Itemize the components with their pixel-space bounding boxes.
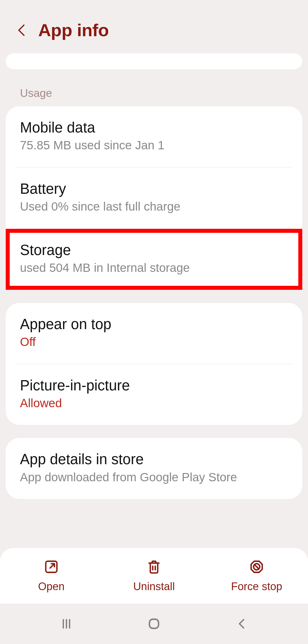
open-icon [43, 559, 59, 575]
app-details-store-item[interactable]: App details in store App downloaded from… [6, 438, 302, 499]
trash-icon [146, 559, 162, 575]
chevron-left-icon [16, 23, 27, 37]
back-nav-button[interactable] [232, 614, 252, 634]
recents-icon [60, 617, 73, 630]
home-icon [147, 617, 161, 631]
svg-rect-6 [149, 619, 159, 628]
chevron-left-icon [235, 617, 248, 630]
item-title: Picture-in-picture [20, 377, 288, 394]
system-nav-bar [0, 604, 308, 644]
recents-button[interactable] [56, 614, 76, 634]
svg-line-2 [254, 564, 259, 569]
item-subtitle: Used 0% since last full charge [20, 199, 288, 215]
action-label: Force stop [231, 580, 282, 593]
item-subtitle: used 504 MB in Internal storage [20, 260, 288, 276]
item-title: App details in store [20, 451, 288, 468]
item-subtitle: Off [20, 334, 288, 350]
item-title: Mobile data [20, 119, 288, 136]
item-subtitle: Allowed [20, 395, 288, 411]
previous-card-partial [6, 53, 302, 69]
home-button[interactable] [144, 614, 164, 634]
store-card: App details in store App downloaded from… [6, 438, 302, 499]
uninstall-button[interactable]: Uninstall [103, 559, 205, 593]
appear-on-top-item[interactable]: Appear on top Off [6, 303, 302, 364]
page-title: App info [38, 20, 109, 40]
item-subtitle: App downloaded from Google Play Store [20, 469, 288, 486]
action-label: Open [38, 580, 65, 593]
content-scroll[interactable]: Usage Mobile data 75.85 MB used since Ja… [0, 49, 308, 545]
force-stop-button[interactable]: Force stop [205, 559, 308, 593]
bottom-action-bar: Open Uninstall Force stop [0, 548, 308, 604]
back-button[interactable] [14, 23, 29, 37]
storage-item[interactable]: Storage used 504 MB in Internal storage [6, 229, 302, 290]
stop-icon [249, 559, 265, 575]
header: App info [0, 0, 308, 49]
picture-in-picture-item[interactable]: Picture-in-picture Allowed [6, 364, 302, 425]
item-title: Appear on top [20, 315, 288, 333]
battery-item[interactable]: Battery Used 0% since last full charge [6, 168, 302, 229]
action-label: Uninstall [133, 580, 175, 593]
mobile-data-item[interactable]: Mobile data 75.85 MB used since Jan 1 [6, 106, 302, 167]
item-title: Storage [20, 241, 288, 259]
usage-card: Mobile data 75.85 MB used since Jan 1 Ba… [6, 106, 302, 290]
open-button[interactable]: Open [0, 559, 103, 593]
item-title: Battery [20, 180, 288, 197]
item-subtitle: 75.85 MB used since Jan 1 [20, 137, 288, 154]
section-header-usage: Usage [6, 87, 302, 106]
display-modes-card: Appear on top Off Picture-in-picture All… [6, 303, 302, 425]
